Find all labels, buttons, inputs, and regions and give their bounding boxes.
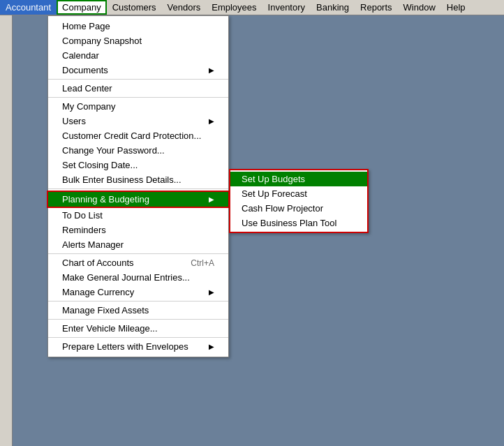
menu-letters[interactable]: Prepare Letters with Envelopes ▶	[48, 339, 228, 354]
menu-documents[interactable]: Documents ▶	[48, 63, 228, 77]
menu-reminders[interactable]: Reminders	[48, 223, 228, 237]
menu-planning-budgeting[interactable]: Planning & Budgeting ▶	[47, 191, 230, 208]
menu-currency[interactable]: Manage Currency ▶	[48, 285, 228, 299]
menu-window[interactable]: Window	[398, 0, 441, 15]
menu-fixed-assets[interactable]: Manage Fixed Assets	[48, 303, 228, 318]
chart-accounts-shortcut: Ctrl+A	[191, 258, 214, 268]
menu-section-2: Lead Center	[48, 80, 228, 98]
menu-users[interactable]: Users ▶	[48, 114, 228, 128]
menu-accountant[interactable]: Accountant	[0, 0, 57, 15]
planning-submenu: Set Up Budgets Set Up Forecast Cash Flow…	[229, 169, 369, 233]
menu-chart-accounts[interactable]: Chart of Accounts Ctrl+A	[48, 255, 228, 270]
planning-arrow-icon: ▶	[209, 195, 214, 203]
menu-vendors[interactable]: Vendors	[162, 0, 207, 15]
menu-todo[interactable]: To Do List	[48, 208, 228, 223]
menu-reports[interactable]: Reports	[355, 0, 398, 15]
letters-arrow-icon: ▶	[209, 343, 214, 350]
submenu-cash-flow[interactable]: Cash Flow Projector	[230, 201, 367, 216]
documents-arrow-icon: ▶	[209, 66, 214, 74]
menu-lead-center[interactable]: Lead Center	[48, 81, 228, 96]
users-arrow-icon: ▶	[209, 117, 214, 125]
menu-calendar[interactable]: Calendar	[48, 48, 228, 63]
menu-help[interactable]: Help	[441, 0, 471, 15]
menu-employees[interactable]: Employees	[206, 0, 262, 15]
menu-home-page[interactable]: Home Page	[48, 19, 228, 34]
submenu-setup-forecast[interactable]: Set Up Forecast	[230, 186, 367, 201]
menu-company-snapshot[interactable]: Company Snapshot	[48, 34, 228, 48]
menu-vehicle[interactable]: Enter Vehicle Mileage...	[48, 321, 228, 336]
menu-section-8: Prepare Letters with Envelopes ▶	[48, 338, 228, 355]
company-menu: Home Page Company Snapshot Calendar Docu…	[47, 15, 229, 357]
menu-journal[interactable]: Make General Journal Entries...	[48, 270, 228, 285]
menu-bulk-enter[interactable]: Bulk Enter Business Details...	[48, 172, 228, 187]
submenu-business-plan[interactable]: Use Business Plan Tool	[230, 216, 367, 230]
menu-section-1: Home Page Company Snapshot Calendar Docu…	[48, 17, 228, 80]
menu-company[interactable]: Company	[57, 0, 107, 15]
menu-alerts[interactable]: Alerts Manager	[48, 237, 228, 252]
menu-section-7: Enter Vehicle Mileage...	[48, 320, 228, 338]
menubar: Accountant Company Customers Vendors Emp…	[0, 0, 504, 15]
menu-change-password[interactable]: Change Your Password...	[48, 143, 228, 158]
menu-section-5: Chart of Accounts Ctrl+A Make General Jo…	[48, 254, 228, 302]
menu-customers[interactable]: Customers	[107, 0, 162, 15]
sidebar	[0, 15, 13, 446]
submenu-setup-budgets[interactable]: Set Up Budgets	[230, 172, 367, 186]
planning-submenu-container: Set Up Budgets Set Up Forecast Cash Flow…	[229, 169, 369, 233]
currency-arrow-icon: ▶	[209, 288, 214, 296]
menu-banking[interactable]: Banking	[311, 0, 355, 15]
company-dropdown: Home Page Company Snapshot Calendar Docu…	[47, 15, 369, 357]
menu-inventory[interactable]: Inventory	[262, 0, 311, 15]
menu-set-closing[interactable]: Set Closing Date...	[48, 158, 228, 172]
menu-section-4: Planning & Budgeting ▶ To Do List Remind…	[48, 189, 228, 254]
menu-my-company[interactable]: My Company	[48, 99, 228, 114]
menu-credit-card[interactable]: Customer Credit Card Protection...	[48, 128, 228, 143]
menu-section-6: Manage Fixed Assets	[48, 302, 228, 320]
menu-section-3: My Company Users ▶ Customer Credit Card …	[48, 98, 228, 189]
